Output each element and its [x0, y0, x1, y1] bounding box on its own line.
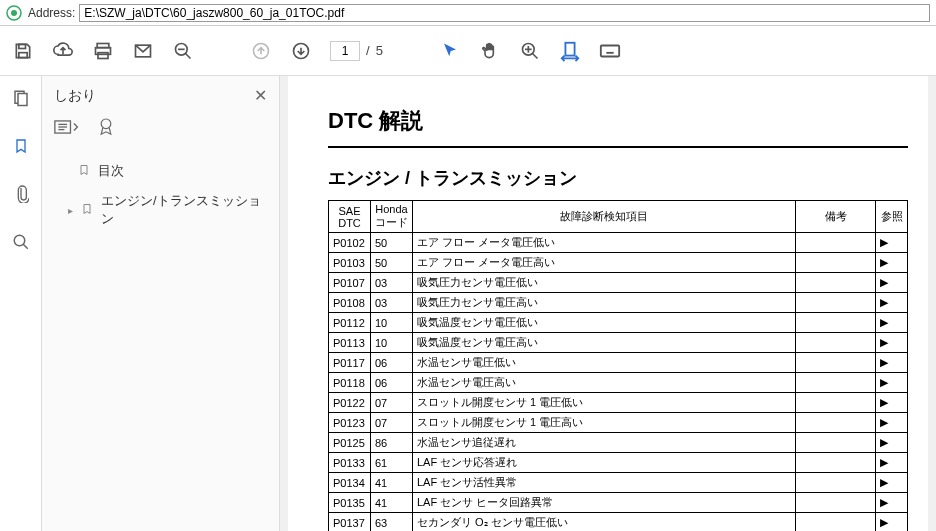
- thumbnails-icon[interactable]: [11, 88, 31, 108]
- cell-note: [796, 313, 876, 333]
- cell-sae: P0122: [329, 393, 371, 413]
- document-area[interactable]: DTC 解説 エンジン / トランスミッション SAE DTC Honda コー…: [280, 76, 936, 531]
- cell-sae: P0103: [329, 253, 371, 273]
- table-row: P013763セカンダリ O₂ センサ電圧低い▶: [329, 513, 908, 532]
- table-row: P010350エア フロー メータ電圧高い▶: [329, 253, 908, 273]
- keyboard-icon[interactable]: [599, 40, 621, 62]
- print-icon[interactable]: [92, 40, 114, 62]
- search-icon[interactable]: [11, 232, 31, 252]
- cell-sae: P0108: [329, 293, 371, 313]
- table-row: P011706水温センサ電圧低い▶: [329, 353, 908, 373]
- cell-honda: 10: [371, 333, 413, 353]
- table-row: P013541LAF センサ ヒータ回路異常▶: [329, 493, 908, 513]
- panel-title: しおり: [54, 87, 96, 105]
- cell-ref[interactable]: ▶: [876, 293, 908, 313]
- cell-honda: 06: [371, 373, 413, 393]
- bookmarks-icon[interactable]: [11, 136, 31, 156]
- cell-sae: P0125: [329, 433, 371, 453]
- cell-sae: P0107: [329, 273, 371, 293]
- cell-desc: 水温センサ電圧低い: [413, 353, 796, 373]
- close-icon[interactable]: ✕: [254, 86, 267, 105]
- page-current-input[interactable]: [330, 41, 360, 61]
- cell-desc: LAF センサ ヒータ回路異常: [413, 493, 796, 513]
- cell-note: [796, 493, 876, 513]
- next-page-icon[interactable]: [290, 40, 312, 62]
- table-row: P013441LAF センサ活性異常▶: [329, 473, 908, 493]
- cell-desc: 吸気圧力センサ電圧高い: [413, 293, 796, 313]
- cell-ref[interactable]: ▶: [876, 373, 908, 393]
- cell-honda: 03: [371, 273, 413, 293]
- bookmark-item-engine[interactable]: ▸ エンジン/トランスミッション: [54, 186, 267, 234]
- cell-sae: P0117: [329, 353, 371, 373]
- cell-honda: 41: [371, 493, 413, 513]
- cell-ref[interactable]: ▶: [876, 493, 908, 513]
- header-honda: Honda コード: [371, 201, 413, 233]
- cell-ref[interactable]: ▶: [876, 313, 908, 333]
- cell-note: [796, 413, 876, 433]
- save-icon[interactable]: [12, 40, 34, 62]
- bookmarks-panel: しおり ✕ 目次 ▸ エンジン/トランスミッション: [42, 76, 280, 531]
- cell-ref[interactable]: ▶: [876, 473, 908, 493]
- svg-rect-3: [19, 52, 27, 57]
- zoom-in-icon[interactable]: [519, 40, 541, 62]
- table-row: P010703吸気圧力センサ電圧低い▶: [329, 273, 908, 293]
- cell-note: [796, 513, 876, 532]
- pointer-icon[interactable]: [439, 40, 461, 62]
- page-info: / 5: [330, 41, 383, 61]
- cell-desc: 水温センサ電圧高い: [413, 373, 796, 393]
- cell-note: [796, 333, 876, 353]
- cell-ref[interactable]: ▶: [876, 453, 908, 473]
- zoom-out-icon[interactable]: [172, 40, 194, 62]
- cell-desc: エア フロー メータ電圧高い: [413, 253, 796, 273]
- bookmark-label: エンジン/トランスミッション: [101, 192, 263, 228]
- table-row: P012307スロットル開度センサ 1 電圧高い▶: [329, 413, 908, 433]
- cell-desc: 吸気温度センサ電圧低い: [413, 313, 796, 333]
- attachments-icon[interactable]: [11, 184, 31, 204]
- bookmark-icon: [78, 163, 90, 180]
- prev-page-icon[interactable]: [250, 40, 272, 62]
- section-title: エンジン / トランスミッション: [328, 166, 908, 190]
- header-desc: 故障診断検知項目: [413, 201, 796, 233]
- cell-desc: 吸気温度センサ電圧高い: [413, 333, 796, 353]
- cell-sae: P0113: [329, 333, 371, 353]
- cell-ref[interactable]: ▶: [876, 393, 908, 413]
- address-bar: Address:: [0, 0, 936, 26]
- table-row: P011210吸気温度センサ電圧低い▶: [329, 313, 908, 333]
- bookmark-item-toc[interactable]: 目次: [54, 156, 267, 186]
- cloud-upload-icon[interactable]: [52, 40, 74, 62]
- cell-sae: P0134: [329, 473, 371, 493]
- cell-ref[interactable]: ▶: [876, 413, 908, 433]
- table-row: P012586水温センサ追従遅れ▶: [329, 433, 908, 453]
- cell-desc: スロットル開度センサ 1 電圧低い: [413, 393, 796, 413]
- cell-ref[interactable]: ▶: [876, 433, 908, 453]
- cell-honda: 86: [371, 433, 413, 453]
- page-total: 5: [376, 43, 383, 58]
- cell-ref[interactable]: ▶: [876, 513, 908, 532]
- options-icon[interactable]: [54, 118, 80, 139]
- page-sep: /: [366, 43, 370, 58]
- table-row: P010803吸気圧力センサ電圧高い▶: [329, 293, 908, 313]
- hand-icon[interactable]: [479, 40, 501, 62]
- cell-ref[interactable]: ▶: [876, 273, 908, 293]
- cell-desc: 水温センサ追従遅れ: [413, 433, 796, 453]
- header-sae: SAE DTC: [329, 201, 371, 233]
- cell-ref[interactable]: ▶: [876, 233, 908, 253]
- cell-ref[interactable]: ▶: [876, 353, 908, 373]
- cell-note: [796, 393, 876, 413]
- cell-desc: セカンダリ O₂ センサ電圧低い: [413, 513, 796, 532]
- address-input[interactable]: [79, 4, 930, 22]
- table-row: P013361LAF センサ応答遅れ▶: [329, 453, 908, 473]
- fit-width-icon[interactable]: [559, 40, 581, 62]
- cell-desc: LAF センサ活性異常: [413, 473, 796, 493]
- svg-point-26: [14, 235, 25, 246]
- title-divider: [328, 146, 908, 148]
- cell-honda: 03: [371, 293, 413, 313]
- cell-honda: 10: [371, 313, 413, 333]
- ribbon-icon[interactable]: [98, 117, 114, 140]
- email-icon[interactable]: [132, 40, 154, 62]
- cell-ref[interactable]: ▶: [876, 333, 908, 353]
- header-note: 備考: [796, 201, 876, 233]
- cell-ref[interactable]: ▶: [876, 253, 908, 273]
- cell-note: [796, 353, 876, 373]
- cell-sae: P0133: [329, 453, 371, 473]
